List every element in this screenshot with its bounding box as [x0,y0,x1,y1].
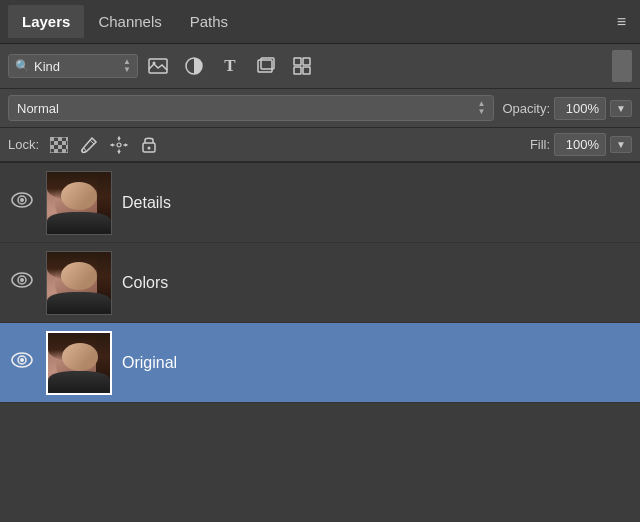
fill-group: Fill: 100% ▼ [530,133,632,156]
fill-label: Fill: [530,137,550,152]
svg-point-21 [117,143,121,147]
blend-dropdown-arrows: ▲▼ [477,100,485,116]
svg-point-29 [20,278,24,282]
adjustment-filter-icon[interactable] [180,53,208,79]
eye-icon [11,352,33,373]
dropdown-arrows-icon: ▲▼ [123,58,131,74]
filter-row: 🔍 Kind ▲▼ T [0,44,640,89]
layers-list: Details Colors [0,163,640,522]
tab-paths[interactable]: Paths [176,5,242,38]
tab-bar: Layers Channels Paths ≡ [0,0,640,44]
image-filter-icon[interactable] [144,53,172,79]
shape-filter-icon[interactable] [252,53,280,79]
svg-rect-6 [303,58,310,65]
svg-rect-10 [50,137,54,141]
filter-icons-group: T [144,53,316,79]
svg-point-32 [20,358,24,362]
layer-item[interactable]: Details [0,163,640,243]
svg-point-26 [20,198,24,202]
layer-visibility-original[interactable] [8,352,36,373]
panel-menu-icon: ≡ [617,13,626,31]
lock-label: Lock: [8,137,39,152]
svg-rect-17 [66,145,68,149]
svg-rect-12 [66,137,68,141]
layer-visibility-details[interactable] [8,192,36,213]
svg-rect-3 [258,60,272,72]
svg-point-23 [148,147,151,150]
opacity-dropdown-button[interactable]: ▼ [610,100,632,117]
layer-thumbnail-details [46,171,112,235]
layer-thumbnail-original [46,331,112,395]
layers-panel: Layers Channels Paths ≡ 🔍 Kind ▲▼ [0,0,640,522]
svg-rect-11 [58,137,62,141]
tab-channels[interactable]: Channels [84,5,175,38]
layer-visibility-colors[interactable] [8,272,36,293]
layer-name-details: Details [122,194,632,212]
layer-name-original: Original [122,354,632,372]
eye-icon [11,192,33,213]
svg-rect-16 [58,145,62,149]
opacity-value[interactable]: 100% [554,97,606,120]
svg-rect-19 [62,149,66,153]
svg-rect-15 [50,145,54,149]
lock-transparent-pixels-icon[interactable] [47,134,71,156]
layer-item[interactable]: Colors [0,243,640,323]
lock-all-icon[interactable] [137,134,161,156]
svg-point-1 [153,62,156,65]
opacity-label: Opacity: [502,101,550,116]
kind-filter-label: Kind [34,59,123,74]
svg-rect-14 [62,141,66,145]
svg-rect-18 [54,149,58,153]
blend-mode-label: Normal [17,101,59,116]
layer-thumbnail-colors [46,251,112,315]
fill-value[interactable]: 100% [554,133,606,156]
smart-filter-icon[interactable] [288,53,316,79]
blend-row: Normal ▲▼ Opacity: 100% ▼ [0,89,640,128]
blend-mode-dropdown[interactable]: Normal ▲▼ [8,95,494,121]
search-icon: 🔍 [15,59,30,73]
tab-layers[interactable]: Layers [8,5,84,38]
fill-dropdown-button[interactable]: ▼ [610,136,632,153]
lock-position-icon[interactable] [107,134,131,156]
svg-rect-8 [303,67,310,74]
lock-image-pixels-icon[interactable] [77,134,101,156]
svg-rect-7 [294,67,301,74]
kind-filter-dropdown[interactable]: 🔍 Kind ▲▼ [8,54,138,78]
svg-rect-5 [294,58,301,65]
eye-icon [11,272,33,293]
type-filter-icon[interactable]: T [216,53,244,79]
layer-name-colors: Colors [122,274,632,292]
filter-toggle-icon[interactable] [612,50,632,82]
opacity-group: Opacity: 100% ▼ [502,97,632,120]
lock-row: Lock: [0,128,640,163]
svg-rect-13 [54,141,58,145]
panel-menu-button[interactable]: ≡ [611,9,632,35]
layer-item[interactable]: Original [0,323,640,403]
